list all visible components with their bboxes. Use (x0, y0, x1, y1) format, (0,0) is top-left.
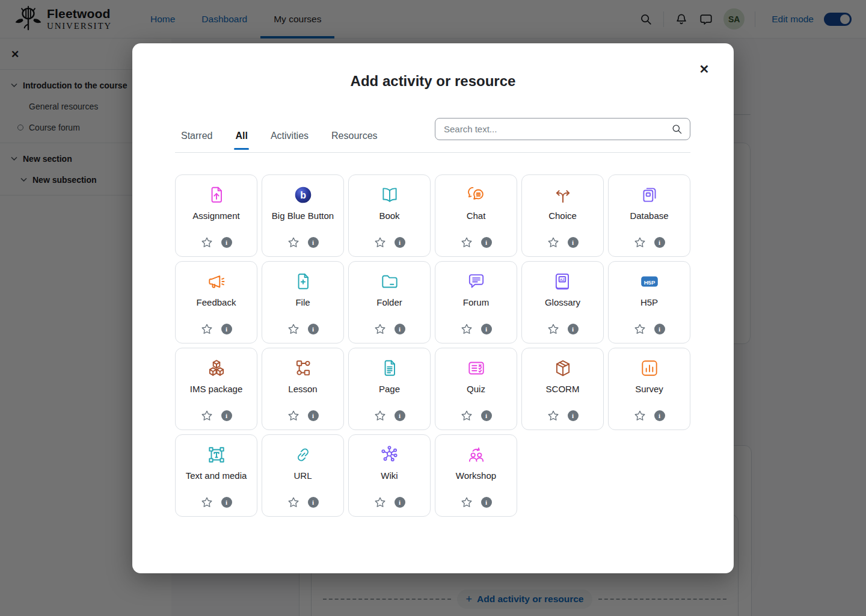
star-icon[interactable] (547, 410, 559, 422)
info-icon[interactable]: i (221, 410, 232, 421)
info-icon[interactable]: i (221, 237, 232, 248)
activity-card-assignment[interactable]: Assignment i (175, 174, 257, 257)
info-icon[interactable]: i (395, 324, 405, 334)
star-icon[interactable] (461, 496, 473, 508)
activity-card-scorm[interactable]: SCORM i (521, 348, 604, 430)
star-icon[interactable] (201, 410, 213, 422)
tab-all[interactable]: All (234, 122, 248, 150)
star-icon[interactable] (201, 323, 213, 335)
activity-card-quiz[interactable]: Quiz i (435, 348, 517, 430)
activity-card-chat[interactable]: Chat i (435, 174, 517, 257)
activity-card-feedback[interactable]: Feedback i (175, 261, 257, 343)
assignment-icon (206, 184, 227, 206)
page-icon (379, 357, 400, 379)
search-input[interactable] (435, 118, 690, 140)
activity-name: Feedback (197, 297, 236, 307)
star-icon[interactable] (547, 323, 559, 335)
info-icon[interactable]: i (308, 497, 319, 508)
activity-card-book[interactable]: Book i (348, 174, 431, 257)
star-icon[interactable] (374, 496, 386, 508)
activity-card-glossary[interactable]: AZ Glossary i (521, 261, 604, 343)
star-icon[interactable] (287, 323, 299, 335)
star-icon[interactable] (634, 323, 646, 335)
activity-card-ims-package[interactable]: IMS package i (175, 348, 257, 430)
info-icon[interactable]: i (221, 324, 232, 334)
tab-activities[interactable]: Activities (269, 122, 310, 150)
activity-card-url[interactable]: URL i (262, 434, 344, 517)
star-icon[interactable] (287, 410, 299, 422)
activity-name: Page (379, 384, 400, 394)
star-icon[interactable] (461, 236, 473, 248)
activity-card-h5p[interactable]: H5P H5P i (608, 261, 690, 343)
svg-text:H5P: H5P (643, 279, 655, 286)
activity-card-text-and-media[interactable]: Text and media i (175, 434, 257, 517)
activity-card-forum[interactable]: Forum i (435, 261, 517, 343)
feedback-icon (206, 271, 227, 292)
info-icon[interactable]: i (481, 410, 492, 421)
info-icon[interactable]: i (481, 497, 492, 508)
star-icon[interactable] (547, 236, 559, 248)
choice-icon (553, 184, 573, 206)
activity-name: Database (630, 211, 668, 221)
star-icon[interactable] (374, 236, 386, 248)
info-icon[interactable]: i (395, 497, 405, 508)
star-icon[interactable] (201, 236, 213, 248)
activity-card-database[interactable]: Database i (608, 174, 690, 257)
lesson-icon (293, 357, 313, 379)
info-icon[interactable]: i (654, 237, 665, 248)
activity-name: H5P (640, 297, 658, 307)
activity-card-workshop[interactable]: Workshop i (435, 434, 517, 517)
activity-name: Chat (467, 211, 486, 221)
info-icon[interactable]: i (481, 237, 492, 248)
add-activity-modal: ✕ Add activity or resource StarredAllAct… (132, 43, 734, 573)
info-icon[interactable]: i (221, 497, 232, 508)
activity-name: Text and media (186, 470, 247, 481)
star-icon[interactable] (634, 236, 646, 248)
activity-card-big-blue-button[interactable]: b Big Blue Button i (262, 174, 344, 257)
url-icon (293, 444, 313, 466)
activity-name: Folder (376, 297, 402, 307)
wiki-icon (379, 444, 400, 466)
activity-name: IMS package (190, 384, 243, 394)
activity-name: URL (293, 470, 312, 481)
activity-card-folder[interactable]: Folder i (348, 261, 431, 343)
activity-card-file[interactable]: File i (262, 261, 344, 343)
info-icon[interactable]: i (395, 237, 405, 248)
star-icon[interactable] (461, 410, 473, 422)
activity-card-choice[interactable]: Choice i (521, 174, 604, 257)
tab-starred[interactable]: Starred (180, 122, 213, 150)
book-icon (379, 184, 400, 206)
ims-icon (206, 357, 227, 379)
info-icon[interactable]: i (568, 324, 579, 334)
info-icon[interactable]: i (568, 237, 579, 248)
info-icon[interactable]: i (395, 410, 405, 421)
activity-card-page[interactable]: Page i (348, 348, 431, 430)
activity-card-survey[interactable]: Survey i (608, 348, 690, 430)
info-icon[interactable]: i (654, 410, 665, 421)
survey-icon (639, 357, 660, 379)
star-icon[interactable] (374, 410, 386, 422)
info-icon[interactable]: i (308, 324, 319, 334)
activity-card-wiki[interactable]: Wiki i (348, 434, 431, 517)
info-icon[interactable]: i (568, 410, 579, 421)
activity-name: SCORM (546, 384, 580, 394)
star-icon[interactable] (287, 236, 299, 248)
star-icon[interactable] (374, 323, 386, 335)
tab-resources[interactable]: Resources (330, 122, 378, 150)
info-icon[interactable]: i (481, 324, 492, 334)
star-icon[interactable] (287, 496, 299, 508)
info-icon[interactable]: i (308, 410, 319, 421)
info-icon[interactable]: i (308, 237, 319, 248)
activity-card-lesson[interactable]: Lesson i (262, 348, 344, 430)
svg-text:b: b (300, 190, 306, 200)
activity-name: Quiz (467, 384, 485, 394)
quiz-icon (466, 357, 487, 379)
info-icon[interactable]: i (654, 324, 665, 334)
forum-icon (466, 271, 487, 292)
star-icon[interactable] (201, 496, 213, 508)
activity-name: File (295, 297, 310, 307)
tabs-divider (175, 152, 690, 153)
h5p-icon: H5P (639, 271, 660, 292)
star-icon[interactable] (461, 323, 473, 335)
star-icon[interactable] (634, 410, 646, 422)
